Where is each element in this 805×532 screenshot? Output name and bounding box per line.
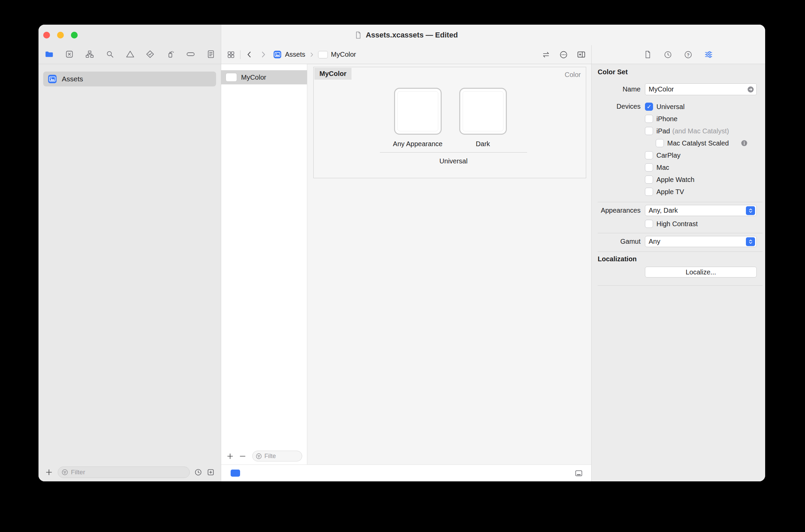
localization-label: Localization bbox=[592, 252, 765, 263]
pane-divider[interactable] bbox=[307, 64, 307, 464]
swap-arrows-icon[interactable] bbox=[542, 50, 550, 59]
toolbar-divider bbox=[240, 50, 240, 59]
add-editor-icon[interactable] bbox=[577, 50, 586, 59]
document-proxy-icon[interactable] bbox=[354, 31, 362, 39]
pane-divider[interactable] bbox=[221, 25, 221, 481]
test-navigator-icon[interactable] bbox=[146, 50, 155, 59]
editor-status-bar bbox=[221, 464, 591, 481]
list-item-mycolor[interactable]: MyColor bbox=[221, 70, 307, 84]
device-checkbox-carplay[interactable] bbox=[645, 151, 653, 159]
breadcrumb-item-mycolor[interactable]: MyColor bbox=[331, 51, 356, 58]
zoom-button[interactable] bbox=[71, 32, 78, 38]
window-title-area: Assets.xcassets — Edited bbox=[221, 25, 591, 45]
filter-icon bbox=[61, 469, 69, 476]
source-control-navigator-icon[interactable] bbox=[65, 50, 74, 59]
color-fill bbox=[397, 91, 438, 131]
appearances-select[interactable]: Any, Dark bbox=[645, 205, 757, 216]
device-checkbox-mac[interactable] bbox=[645, 164, 653, 171]
device-checkbox-apple-watch[interactable] bbox=[645, 175, 653, 184]
back-chevron-icon[interactable] bbox=[245, 50, 254, 59]
asset-list-bottom-bar bbox=[221, 448, 307, 464]
navigator-bar bbox=[44, 50, 216, 59]
grid-view-icon[interactable] bbox=[227, 50, 235, 59]
close-button[interactable] bbox=[43, 32, 50, 38]
symbol-navigator-icon[interactable] bbox=[85, 50, 94, 59]
view-mode-button[interactable] bbox=[231, 470, 240, 477]
issue-navigator-icon[interactable] bbox=[126, 50, 135, 59]
appearances-label: Appearances bbox=[592, 207, 640, 214]
info-icon[interactable] bbox=[741, 139, 748, 147]
name-row: Name bbox=[592, 83, 765, 95]
device-checkbox-universal[interactable] bbox=[645, 102, 653, 111]
device-row-mac: Mac bbox=[645, 162, 757, 173]
device-row-ipad: iPad (and Mac Catalyst) bbox=[645, 125, 757, 137]
pane-divider[interactable] bbox=[591, 45, 592, 481]
find-navigator-icon[interactable] bbox=[105, 50, 114, 59]
minimize-button[interactable] bbox=[57, 32, 64, 38]
device-checkbox-iphone[interactable] bbox=[645, 115, 653, 123]
device-checkbox-apple-tv[interactable] bbox=[645, 188, 653, 196]
popup-stepper-icon bbox=[746, 237, 755, 246]
inspector-tab-bar: ? bbox=[592, 45, 765, 64]
ipad-suffix-label: (and Mac Catalyst) bbox=[672, 127, 729, 135]
attributes-inspector-icon[interactable] bbox=[704, 50, 713, 59]
asset-catalog-icon bbox=[47, 74, 57, 84]
device-row-iphone: iPhone bbox=[645, 113, 757, 125]
device-checkbox-mac-catalyst-scaled[interactable] bbox=[656, 139, 664, 147]
gamut-select[interactable]: Any bbox=[645, 236, 757, 247]
filter-icon bbox=[255, 453, 262, 460]
device-row-apple-tv: Apple TV bbox=[645, 186, 757, 198]
asset-catalog-icon bbox=[273, 50, 282, 59]
high-contrast-checkbox[interactable] bbox=[645, 220, 653, 228]
device-checkbox-ipad[interactable] bbox=[645, 127, 653, 135]
editor-item-title: MyColor bbox=[314, 68, 352, 80]
name-input[interactable] bbox=[645, 84, 756, 95]
color-well-dark[interactable] bbox=[459, 88, 507, 135]
window-title: Assets.xcassets — Edited bbox=[366, 31, 458, 39]
file-inspector-icon[interactable] bbox=[643, 50, 652, 59]
devices-section: Devices Universal iPhone iPad (and Mac C… bbox=[592, 100, 765, 198]
localize-button[interactable]: Localize... bbox=[645, 267, 757, 278]
asset-type-label: Color bbox=[565, 71, 581, 79]
navigator-pane: Assets bbox=[38, 25, 221, 481]
device-row-mac-catalyst-scaled: Mac Catalyst Scaled bbox=[645, 137, 757, 149]
sidebar-filter-field[interactable] bbox=[58, 467, 190, 478]
section-divider bbox=[598, 285, 763, 286]
device-row-apple-watch: Apple Watch bbox=[645, 173, 757, 186]
remove-asset-icon[interactable] bbox=[238, 452, 247, 460]
sidebar-filter-input[interactable] bbox=[71, 469, 186, 476]
asset-filter-input[interactable] bbox=[264, 453, 299, 460]
xcode-window: Assets Assets.xcassets — Edited bbox=[38, 25, 765, 481]
popup-stepper-icon bbox=[746, 206, 755, 215]
more-options-icon[interactable] bbox=[559, 50, 568, 59]
breadcrumb-item-assets[interactable]: Assets bbox=[285, 51, 305, 58]
history-inspector-icon[interactable] bbox=[663, 50, 672, 59]
project-navigator-icon[interactable] bbox=[44, 50, 54, 59]
breakpoint-navigator-icon[interactable] bbox=[186, 50, 195, 59]
appearances-row: Appearances Any, Dark bbox=[592, 205, 765, 216]
sidebar-item-assets[interactable]: Assets bbox=[43, 72, 216, 87]
square-plus-icon[interactable] bbox=[207, 468, 215, 476]
help-inspector-icon[interactable]: ? bbox=[684, 50, 693, 59]
add-item-icon[interactable] bbox=[44, 468, 53, 477]
list-item-label: MyColor bbox=[241, 74, 266, 81]
color-swatch bbox=[226, 73, 237, 82]
recents-clock-icon[interactable] bbox=[194, 468, 202, 476]
add-asset-icon[interactable] bbox=[226, 452, 235, 460]
color-set-group: MyColor Color Any Appearance Dark Univer… bbox=[313, 67, 586, 178]
section-divider bbox=[598, 233, 763, 233]
display-options-icon[interactable] bbox=[574, 469, 583, 478]
color-well-any-appearance[interactable] bbox=[394, 88, 442, 135]
attributes-inspector-pane: Color Set Name Devices Universal bbox=[592, 64, 765, 481]
asset-filter-field[interactable] bbox=[252, 451, 302, 461]
gamut-label: Gamut bbox=[592, 238, 640, 245]
forward-chevron-icon[interactable] bbox=[259, 50, 267, 59]
localize-row: Localize... bbox=[592, 267, 765, 278]
well-group-divider bbox=[380, 152, 527, 153]
sidebar-item-label: Assets bbox=[62, 75, 83, 83]
asset-list-pane: MyColor bbox=[221, 64, 307, 464]
report-navigator-icon[interactable] bbox=[206, 50, 216, 59]
device-row-universal: Universal bbox=[645, 100, 757, 113]
debug-navigator-icon[interactable] bbox=[166, 50, 175, 59]
jump-arrow-icon[interactable] bbox=[747, 86, 755, 94]
